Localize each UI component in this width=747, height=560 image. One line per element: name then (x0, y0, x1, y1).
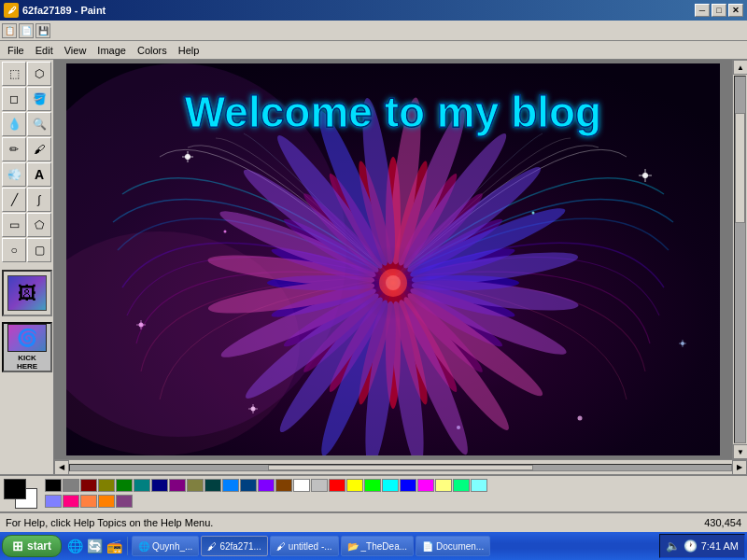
tool-large-bottom[interactable]: 🌀 KICK HERE (2, 322, 52, 372)
tool-large-top[interactable]: 🖼 (2, 270, 52, 316)
top-icon-3[interactable]: 💾 (35, 23, 50, 38)
color-cell[interactable] (275, 479, 292, 492)
color-cell[interactable] (453, 479, 470, 492)
tray-icon-2: 🕐 (684, 539, 698, 553)
color-cell[interactable] (45, 479, 62, 492)
tool-curve[interactable]: ∫ (27, 188, 51, 212)
svg-point-29 (386, 275, 401, 290)
quick-launch-media[interactable]: 📻 (105, 537, 123, 555)
scroll-down-button[interactable]: ▼ (733, 444, 747, 459)
menu-view[interactable]: View (59, 43, 92, 58)
tool-eyedropper[interactable]: 💧 (2, 112, 26, 136)
quick-launch-ie[interactable]: 🌐 (65, 537, 84, 555)
svg-text:Welcome to my blog: Welcome to my blog (185, 88, 601, 136)
taskbar-tray: 🔈 🕐 7:41 AM (659, 534, 745, 558)
start-label: start (27, 539, 51, 553)
quick-launch-refresh[interactable]: 🔄 (85, 537, 104, 555)
window-title: 62fa27189 - Paint (22, 5, 106, 16)
scroll-left-button[interactable]: ◀ (54, 460, 69, 475)
taskbar-item-0[interactable]: 🌐Quynh_... (132, 536, 199, 556)
tool-round-rect[interactable]: ▢ (27, 238, 51, 262)
color-cell[interactable] (187, 479, 204, 492)
status-coords: 430,454 (704, 517, 741, 528)
color-cell[interactable] (293, 479, 310, 492)
top-icon-1[interactable]: 📋 (2, 23, 17, 38)
tool-line[interactable]: ╱ (2, 188, 26, 212)
foreground-color-box[interactable] (4, 479, 26, 499)
close-button[interactable]: ✕ (728, 4, 743, 17)
tool-airbrush[interactable]: 💨 (2, 162, 26, 187)
scroll-up-button[interactable]: ▲ (733, 60, 747, 75)
color-cell[interactable] (417, 479, 434, 492)
tool-rect[interactable]: ▭ (2, 213, 26, 237)
scrollbar-horizontal[interactable]: ◀ ▶ (54, 459, 747, 474)
canvas-area[interactable]: Welcome to my blog Welcome to my blog (54, 60, 732, 459)
scroll-right-button[interactable]: ▶ (732, 460, 747, 475)
color-cell[interactable] (258, 479, 275, 492)
maximize-button[interactable]: □ (712, 4, 726, 17)
color-cell[interactable] (116, 479, 133, 492)
status-help-text: For Help, click Help Topics on the Help … (6, 517, 213, 528)
tool-eraser[interactable]: ◻ (2, 87, 26, 111)
scrollbar-vertical[interactable]: ▲ ▼ (732, 60, 747, 459)
color-cell[interactable] (80, 479, 97, 492)
color-cell[interactable] (311, 479, 328, 492)
scroll-track-h[interactable] (69, 464, 732, 471)
taskbar-item-3[interactable]: 📂_TheDea... (341, 536, 414, 556)
scroll-thumb-h (268, 465, 532, 470)
tool-pencil[interactable]: ✏ (2, 137, 26, 161)
app-icon: 🖌 (4, 3, 19, 18)
color-cell[interactable] (329, 479, 345, 492)
tool-poly[interactable]: ⬠ (27, 213, 51, 237)
tray-icon-1: 🔈 (666, 539, 680, 553)
svg-point-71 (532, 212, 535, 215)
tool-brush[interactable]: 🖌 (27, 137, 51, 161)
tool-ellipse[interactable]: ○ (2, 238, 26, 262)
tool-text[interactable]: A (27, 162, 51, 187)
color-cell[interactable] (204, 479, 221, 492)
taskbar-item-1[interactable]: 🖌62fa271... (201, 536, 267, 556)
color-cell[interactable] (151, 479, 168, 492)
taskbar-item-2[interactable]: 🖌untitled -... (270, 536, 339, 556)
tool-select-free[interactable]: ⬡ (27, 62, 51, 86)
color-cell[interactable] (169, 479, 186, 492)
color-cell[interactable] (364, 479, 381, 492)
color-cell[interactable] (134, 479, 150, 492)
color-cell[interactable] (45, 495, 62, 508)
color-cell[interactable] (98, 495, 115, 508)
menu-colors[interactable]: Colors (132, 43, 173, 58)
color-cell[interactable] (222, 479, 239, 492)
color-cell[interactable] (80, 495, 97, 508)
top-icons: 📋 📄 💾 (2, 23, 50, 38)
svg-point-69 (578, 416, 583, 421)
tool-magnify[interactable]: 🔍 (27, 112, 51, 136)
menu-help[interactable]: Help (173, 43, 205, 58)
color-cell[interactable] (63, 479, 79, 492)
color-cell[interactable] (471, 479, 487, 492)
color-palette (45, 479, 493, 509)
color-cell[interactable] (98, 479, 115, 492)
menu-bar: File Edit View Image Colors Help (0, 41, 747, 60)
svg-point-70 (224, 231, 227, 233)
taskbar-time: 7:41 AM (701, 540, 739, 552)
tool-fill[interactable]: 🪣 (27, 87, 51, 111)
taskbar-item-4[interactable]: 📄Documen... (416, 536, 490, 556)
minimize-button[interactable]: ─ (695, 4, 710, 17)
title-bar-buttons[interactable]: ─ □ ✕ (695, 4, 743, 17)
top-icon-2[interactable]: 📄 (19, 23, 34, 38)
color-cell[interactable] (382, 479, 399, 492)
color-cell[interactable] (435, 479, 452, 492)
svg-point-72 (457, 426, 460, 429)
color-cell[interactable] (240, 479, 257, 492)
start-button[interactable]: ⊞ start (2, 535, 62, 557)
menu-image[interactable]: Image (92, 43, 132, 58)
menu-file[interactable]: File (2, 43, 30, 58)
taskbar: ⊞ start 🌐 🔄 📻 🌐Quynh_... 🖌62fa271... 🖌un… (0, 532, 747, 560)
color-cell[interactable] (116, 495, 133, 508)
paint-canvas: Welcome to my blog Welcome to my blog (66, 63, 720, 455)
color-cell[interactable] (400, 479, 416, 492)
color-cell[interactable] (63, 495, 79, 508)
menu-edit[interactable]: Edit (30, 43, 59, 58)
tool-select-rect[interactable]: ⬚ (2, 62, 26, 86)
color-cell[interactable] (346, 479, 363, 492)
